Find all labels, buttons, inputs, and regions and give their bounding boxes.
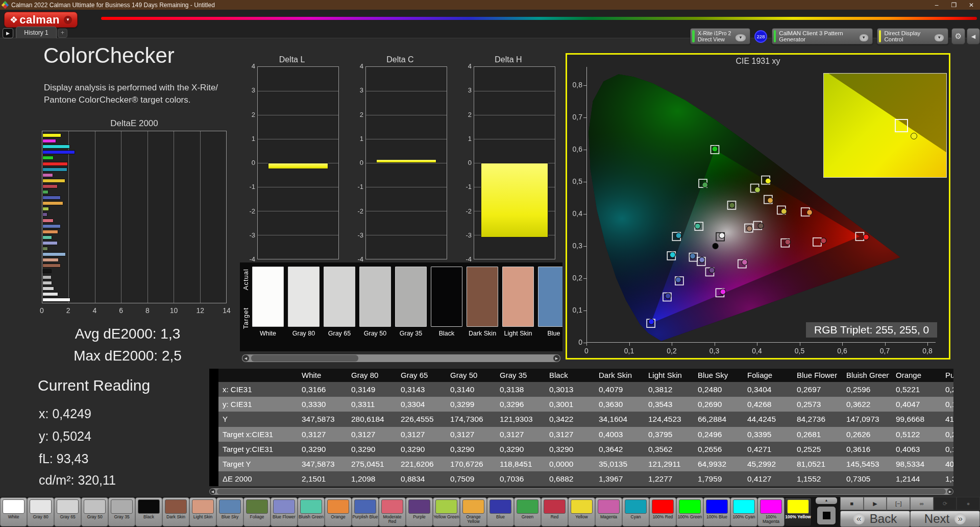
gridline (174, 131, 174, 303)
patch-button-cyan[interactable]: Cyan (622, 497, 649, 526)
patch-button-moderate-red[interactable]: Moderate Red (379, 497, 406, 526)
table-cell: 0,3296 (493, 397, 543, 412)
tab-strip-expander-button[interactable]: ▶ (3, 28, 13, 38)
measured-point-blue-sky (690, 253, 696, 259)
table-cell: 0,3622 (840, 397, 889, 412)
gridline (366, 139, 447, 139)
pattern-window-button[interactable] (816, 505, 837, 526)
settings-button[interactable]: ⚙ (951, 28, 965, 44)
stop-icon: ■ (850, 500, 854, 507)
patch-button-orange[interactable]: Orange (325, 497, 352, 526)
patch-button-100-cyan[interactable]: 100% Cyan (730, 497, 757, 526)
inset-measured-point (911, 133, 917, 139)
patch-button-black[interactable]: Black (135, 497, 162, 526)
chevron-down-icon: ▼ (64, 16, 72, 24)
play-icon: ▶ (873, 500, 877, 507)
patch-button-gray-65[interactable]: Gray 65 (54, 497, 81, 526)
deltae-bar-dark-skin (42, 264, 61, 268)
y-tick-label: 1 (352, 135, 363, 142)
measured-point-moderate-red (785, 239, 791, 245)
swatch-panel-scrollbar[interactable]: ◀ ▶ (242, 354, 560, 362)
y-tick-label: -2 (352, 207, 363, 215)
x-tick-label: 0,5 (795, 347, 804, 355)
scroll-left-icon[interactable]: ◀ (242, 355, 249, 362)
add-tab-button[interactable]: + (58, 29, 67, 38)
pattern-generator-dropdown[interactable]: CalMAN Client 3 Pattern Generator ▼ (772, 28, 873, 44)
expand-tray-button[interactable]: ▲ (816, 497, 837, 504)
patch-button-green[interactable]: Green (514, 497, 541, 526)
table-row: Target y:CIE310,32900,32900,32900,32900,… (209, 442, 953, 457)
patch-button-gray-35[interactable]: Gray 35 (108, 497, 135, 526)
measured-point-foliage (729, 203, 735, 208)
patch-button-blue-sky[interactable]: Blue Sky (216, 497, 243, 526)
table-cell: 0,4268 (741, 397, 790, 412)
idle-button[interactable]: ● (957, 497, 980, 510)
patch-button-purplish-blue[interactable]: Purplish Blue (352, 497, 379, 526)
patch-button-purple[interactable]: Purple (406, 497, 433, 526)
patch-button-gray-80[interactable]: Gray 80 (27, 497, 54, 526)
patch-button-white[interactable]: White (0, 497, 27, 526)
patch-button-100-magenta[interactable]: 100% Magenta (757, 497, 785, 526)
play-button[interactable]: ▶ (864, 497, 887, 510)
swatch-label: Gray 35 (395, 330, 427, 337)
refresh-button[interactable]: ⟳ (934, 497, 957, 510)
continuous-measure-button[interactable]: ∞ (910, 497, 934, 510)
restore-icon[interactable]: ❐ (945, 2, 963, 9)
deltae-bar-100-green (42, 156, 54, 160)
patch-button-light-skin[interactable]: Light Skin (189, 497, 216, 526)
back-button[interactable]: « Back (840, 511, 910, 527)
x-tick-label: 6 (119, 306, 123, 315)
patch-button-100-yellow[interactable]: 100% Yellow (785, 497, 812, 526)
gridline (474, 115, 555, 115)
swatch-chip (502, 267, 534, 327)
patch-button-bluish-green[interactable]: Bluish Green (298, 497, 325, 526)
scrollbar-thumb[interactable] (251, 355, 358, 362)
inset-out-of-gamut-region (824, 74, 946, 177)
stop-button[interactable]: ■ (840, 497, 864, 510)
scroll-left-icon[interactable]: ◀ (210, 489, 215, 494)
gridline (258, 91, 338, 91)
tab-history-1[interactable]: History 1 (16, 27, 57, 38)
table-cell: 0,3299 (444, 397, 493, 412)
patch-button-magenta[interactable]: Magenta (595, 497, 622, 526)
patch-button-red[interactable]: Red (541, 497, 568, 526)
scroll-right-icon[interactable]: ▶ (947, 489, 953, 494)
measured-point-yellow-green (755, 187, 761, 193)
patch-button-dark-skin[interactable]: Dark Skin (162, 497, 189, 526)
display-control-dropdown[interactable]: Direct Display Control ▼ (877, 28, 948, 44)
gridline (366, 91, 447, 91)
current-reading-x: x: 0,4249 (39, 406, 91, 421)
meter-count-badge[interactable]: 228 (754, 30, 767, 43)
close-icon[interactable]: ✕ (963, 2, 980, 9)
patch-button-foliage[interactable]: Foliage (243, 497, 271, 526)
patch-button-blue-flower[interactable]: Blue Flower (271, 497, 298, 526)
y-tick-label: 0,4 (568, 209, 582, 218)
patch-button-100-red[interactable]: 100% Red (649, 497, 676, 526)
table-cell: 99,6668 (889, 412, 939, 426)
scroll-right-icon[interactable]: ▶ (553, 355, 560, 362)
actual-target-swatch-panel: Actual Target WhiteGray 80Gray 65Gray 50… (240, 262, 562, 351)
table-cell: 0,3290 (394, 442, 444, 457)
collapse-panel-button[interactable]: ◀ (967, 28, 980, 44)
patch-button-yellow[interactable]: Yellow (568, 497, 595, 526)
minimize-icon[interactable]: – (928, 2, 945, 9)
cie-zoom-inset (823, 73, 947, 178)
next-button[interactable]: Next » (910, 511, 980, 527)
calman-menu-button[interactable]: ❖ calman ▼ (4, 12, 78, 28)
meter-dropdown[interactable]: X-Rite i1Pro 2 Direct View ▼ (690, 28, 750, 44)
patch-button-blue[interactable]: Blue (487, 497, 514, 526)
patch-chip (733, 499, 755, 514)
table-scrollbar[interactable]: ◀ ▶ (209, 488, 953, 495)
patch-button-yellow-green[interactable]: Yellow Green (433, 497, 460, 526)
patch-button-100-blue[interactable]: 100% Blue (703, 497, 730, 526)
patch-label: 100% Yellow (785, 515, 811, 519)
patch-button-100-green[interactable]: 100% Green (676, 497, 703, 526)
single-measure-button[interactable]: [−] (887, 497, 910, 510)
swatch-label: Gray 50 (359, 330, 391, 337)
patch-button-orange-yellow[interactable]: Orange Yellow (460, 497, 487, 526)
column-header: Dark Skin (592, 369, 642, 382)
patch-button-gray-50[interactable]: Gray 50 (81, 497, 108, 526)
scrollbar-thumb[interactable] (217, 489, 946, 494)
actual-label: Actual (242, 269, 250, 290)
deltae-bar-magenta (42, 173, 53, 177)
